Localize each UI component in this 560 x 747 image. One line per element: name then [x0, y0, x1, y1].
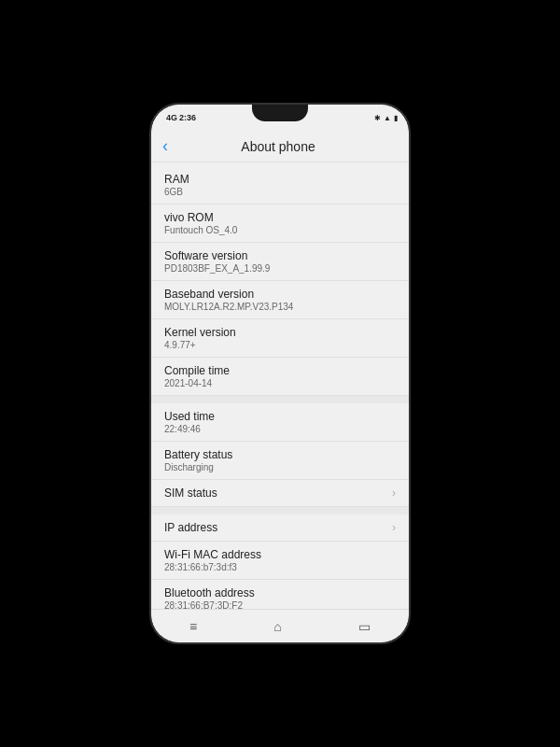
- row-baseband-version: Baseband version MOLY.LR12A.R2.MP.V23.P1…: [151, 281, 409, 319]
- nav-bar: ≡ ⌂ ▭: [151, 609, 409, 642]
- row-wifi-mac: Wi-Fi MAC address 28:31:66:b7:3d:f3: [151, 542, 409, 580]
- phone-screen: 4G 2:36 ✱ ▲ ▮ ‹ About phone RAM 6GB vivo…: [151, 105, 409, 642]
- row-ip-address[interactable]: IP address ›: [151, 514, 409, 542]
- row-software-version: Software version PD1803BF_EX_A_1.99.9: [151, 243, 409, 281]
- sim-status-label: SIM status: [164, 486, 217, 500]
- status-right: ✱ ▲ ▮: [374, 114, 398, 122]
- row-ram: RAM 6GB: [151, 166, 409, 204]
- wifi-mac-label: Wi-Fi MAC address: [164, 548, 396, 561]
- divider-2: [151, 507, 409, 514]
- compile-time-label: Compile time: [164, 364, 396, 377]
- ram-label: RAM: [164, 173, 396, 186]
- bluetooth-address-label: Bluetooth address: [164, 586, 396, 599]
- software-version-label: Software version: [164, 249, 396, 262]
- vivo-rom-value: Funtouch OS_4.0: [164, 225, 396, 235]
- ram-value: 6GB: [164, 187, 396, 197]
- row-bluetooth-address: Bluetooth address 28:31:66:B7:3D:F2: [151, 580, 409, 609]
- vivo-rom-label: vivo ROM: [164, 211, 396, 224]
- page-title: About phone: [175, 139, 381, 154]
- kernel-version-label: Kernel version: [164, 326, 396, 339]
- row-compile-time: Compile time 2021-04-14: [151, 358, 409, 396]
- bluetooth-address-value: 28:31:66:B7:3D:F2: [164, 600, 396, 609]
- row-vivo-rom: vivo ROM Funtouch OS_4.0: [151, 204, 409, 243]
- kernel-version-value: 4.9.77+: [164, 340, 396, 350]
- baseband-version-value: MOLY.LR12A.R2.MP.V23.P134: [164, 302, 396, 312]
- wifi-icon: ▲: [384, 114, 391, 122]
- header: ‹ About phone: [151, 131, 409, 162]
- status-bar: 4G 2:36 ✱ ▲ ▮: [151, 105, 409, 131]
- divider-1: [151, 396, 409, 403]
- home-nav-icon[interactable]: ⌂: [273, 619, 281, 634]
- battery-icon: ▮: [394, 114, 398, 122]
- row-kernel-version: Kernel version 4.9.77+: [151, 319, 409, 358]
- status-left: 4G 2:36: [166, 113, 196, 122]
- sim-status-arrow: ›: [392, 486, 396, 500]
- row-battery-status: Battery status Discharging: [151, 442, 409, 480]
- network-indicator: 4G: [166, 113, 177, 122]
- content-scroll[interactable]: RAM 6GB vivo ROM Funtouch OS_4.0 Softwar…: [151, 162, 409, 609]
- ip-address-label: IP address: [164, 521, 217, 534]
- phone-frame: 4G 2:36 ✱ ▲ ▮ ‹ About phone RAM 6GB vivo…: [149, 103, 411, 644]
- row-used-time: Used time 22:49:46: [151, 403, 409, 442]
- used-time-value: 22:49:46: [164, 424, 396, 434]
- bluetooth-icon: ✱: [374, 114, 381, 122]
- software-version-value: PD1803BF_EX_A_1.99.9: [164, 263, 396, 274]
- ip-address-text-group: IP address: [164, 521, 217, 534]
- battery-status-label: Battery status: [164, 448, 396, 461]
- back-nav-icon[interactable]: ▭: [358, 619, 371, 634]
- ip-address-arrow: ›: [392, 521, 396, 534]
- battery-status-value: Discharging: [164, 462, 396, 472]
- wifi-mac-value: 28:31:66:b7:3d:f3: [164, 562, 396, 572]
- row-sim-status[interactable]: SIM status ›: [151, 480, 409, 507]
- used-time-label: Used time: [164, 410, 396, 423]
- back-button[interactable]: ‹: [162, 136, 168, 156]
- baseband-version-label: Baseband version: [164, 288, 396, 301]
- menu-nav-icon[interactable]: ≡: [189, 619, 197, 634]
- compile-time-value: 2021-04-14: [164, 378, 396, 388]
- notch: [252, 105, 308, 121]
- time-display: 2:36: [179, 113, 196, 122]
- sim-status-text-group: SIM status: [164, 486, 217, 500]
